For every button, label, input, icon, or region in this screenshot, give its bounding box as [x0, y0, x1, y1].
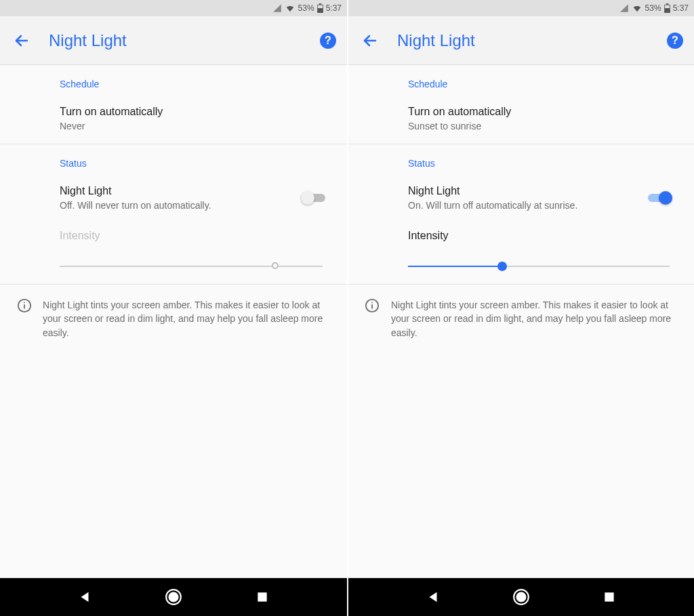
- night-light-switch[interactable]: [301, 191, 325, 205]
- back-button[interactable]: [359, 30, 381, 52]
- svg-rect-9: [258, 592, 266, 601]
- status-row-title: Night Light: [408, 185, 648, 197]
- help-button[interactable]: ?: [667, 33, 683, 49]
- app-bar: Night Light ?: [348, 16, 694, 65]
- battery-icon: [317, 3, 323, 13]
- svg-point-18: [517, 593, 526, 602]
- wifi-icon: [285, 3, 295, 13]
- nav-home-button[interactable]: [510, 586, 532, 608]
- nav-back-button[interactable]: [74, 586, 96, 608]
- status-header: Status: [408, 158, 678, 169]
- page-title: Night Light: [397, 31, 651, 50]
- help-button[interactable]: ?: [320, 33, 336, 49]
- info-text: Night Light tints your screen amber. Thi…: [43, 298, 331, 340]
- status-header: Status: [60, 158, 331, 169]
- phone-right: 53% 5:37 Night Light ? Schedule Turn on …: [347, 0, 694, 616]
- schedule-section: Schedule Turn on automatically Sunset to…: [348, 65, 694, 144]
- square-recent-icon: [603, 590, 616, 604]
- intensity-slider[interactable]: [408, 261, 670, 272]
- phone-left: 53% 5:37 Night Light ? Schedule Turn on …: [0, 0, 347, 616]
- schedule-row-title: Turn on automatically: [408, 106, 678, 118]
- battery-text: 53%: [645, 3, 661, 13]
- svg-rect-19: [605, 592, 613, 601]
- svg-point-8: [169, 593, 178, 602]
- status-row-value: On. Will turn off automatically at sunri…: [408, 200, 648, 211]
- cellular-icon: [272, 3, 282, 13]
- circle-home-icon: [512, 588, 530, 606]
- arrow-back-icon: [14, 33, 30, 49]
- status-section: Status Night Light Off. Will never turn …: [0, 144, 347, 284]
- nav-bar: [348, 578, 694, 616]
- info-text: Night Light tints your screen amber. Thi…: [391, 298, 678, 340]
- schedule-header: Schedule: [60, 79, 331, 89]
- info-row: Night Light tints your screen amber. Thi…: [348, 285, 694, 353]
- nav-bar: [0, 578, 347, 616]
- status-row[interactable]: Night Light On. Will turn off automatica…: [408, 185, 678, 211]
- clock-text: 5:37: [673, 3, 689, 13]
- svg-point-16: [372, 302, 373, 304]
- content: Schedule Turn on automatically Never Sta…: [0, 65, 347, 578]
- schedule-row-value: Never: [60, 121, 331, 131]
- status-row-value: Off. Will never turn on automatically.: [60, 200, 301, 211]
- app-bar: Night Light ?: [0, 16, 347, 65]
- battery-icon: [664, 3, 670, 13]
- svg-rect-11: [666, 3, 668, 5]
- cellular-icon: [619, 3, 629, 13]
- wifi-icon: [632, 3, 642, 13]
- schedule-row[interactable]: Turn on automatically Sunset to sunrise: [408, 106, 678, 131]
- status-row-title: Night Light: [60, 185, 301, 197]
- nav-back-button[interactable]: [422, 586, 444, 608]
- intensity-label: Intensity: [408, 230, 678, 242]
- info-icon: [365, 298, 380, 313]
- svg-point-6: [24, 302, 25, 304]
- schedule-row[interactable]: Turn on automatically Never: [60, 106, 331, 131]
- status-bar: 53% 5:37: [348, 0, 694, 16]
- intensity-label: Intensity: [60, 230, 331, 242]
- nav-recent-button[interactable]: [598, 586, 620, 608]
- status-bar: 53% 5:37: [0, 0, 347, 16]
- help-icon: ?: [672, 35, 678, 47]
- schedule-row-value: Sunset to sunrise: [408, 121, 678, 131]
- info-icon: [17, 298, 32, 313]
- nav-recent-button[interactable]: [251, 586, 273, 608]
- triangle-back-icon: [77, 590, 92, 604]
- back-button[interactable]: [11, 30, 33, 52]
- triangle-back-icon: [426, 590, 441, 604]
- clock-text: 5:37: [326, 3, 342, 13]
- nav-home-button[interactable]: [163, 586, 184, 608]
- circle-home-icon: [165, 588, 182, 606]
- svg-rect-12: [665, 5, 670, 8]
- status-row[interactable]: Night Light Off. Will never turn on auto…: [60, 185, 331, 211]
- info-row: Night Light tints your screen amber. Thi…: [0, 285, 347, 353]
- intensity-slider: [60, 261, 323, 272]
- svg-rect-1: [319, 3, 321, 5]
- square-recent-icon: [256, 590, 269, 604]
- help-icon: ?: [325, 35, 331, 47]
- page-title: Night Light: [49, 31, 304, 50]
- schedule-header: Schedule: [408, 79, 678, 89]
- arrow-back-icon: [362, 33, 378, 49]
- status-section: Status Night Light On. Will turn off aut…: [348, 144, 694, 284]
- schedule-section: Schedule Turn on automatically Never: [0, 65, 347, 144]
- schedule-row-title: Turn on automatically: [60, 106, 331, 118]
- svg-rect-2: [318, 5, 323, 8]
- content: Schedule Turn on automatically Sunset to…: [348, 65, 694, 578]
- battery-text: 53%: [298, 3, 314, 13]
- night-light-switch[interactable]: [648, 191, 672, 205]
